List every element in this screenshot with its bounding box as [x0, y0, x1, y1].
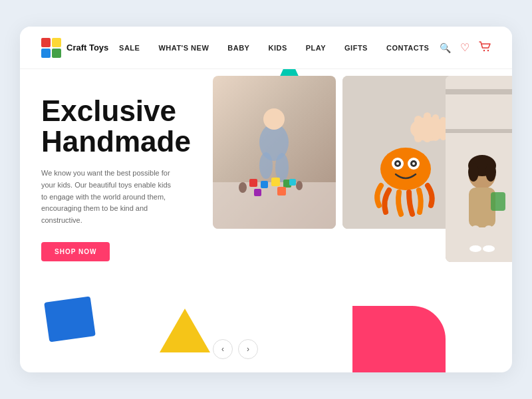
header-icons: 🔍 ♡: [440, 41, 491, 55]
svg-rect-22: [414, 116, 422, 142]
header: Craft Toys SALE WHAT'S NEW BABY KIDS PLA…: [20, 27, 512, 69]
main-card: Craft Toys SALE WHAT'S NEW BABY KIDS PLA…: [20, 27, 512, 372]
hero-text: Exclusive Handmade We know you want the …: [20, 69, 200, 372]
svg-rect-24: [432, 114, 439, 141]
svg-point-26: [380, 148, 431, 190]
svg-point-19: [296, 181, 303, 190]
svg-point-8: [263, 108, 285, 130]
logo-icon: [41, 38, 61, 58]
hero-description: We know you want the best possible for y…: [41, 168, 174, 226]
svg-point-29: [396, 162, 399, 165]
svg-rect-11: [249, 179, 257, 187]
logo-text: Craft Toys: [66, 43, 108, 53]
hero-headline: Exclusive Handmade: [41, 96, 178, 157]
main-content: Exclusive Handmade We know you want the …: [20, 69, 512, 372]
wishlist-icon[interactable]: ♡: [460, 41, 469, 54]
shop-now-button[interactable]: SHOP NOW: [41, 242, 110, 261]
svg-point-39: [485, 163, 496, 182]
svg-rect-13: [271, 178, 280, 186]
svg-point-9: [259, 152, 273, 179]
svg-point-44: [469, 245, 481, 252]
hero-image-3-bg: [446, 76, 512, 262]
main-nav: SALE WHAT'S NEW BABY KIDS PLAY GIFTS CON…: [108, 44, 440, 52]
hero-image-1: [213, 76, 336, 229]
svg-rect-35: [446, 129, 512, 133]
svg-rect-16: [277, 187, 286, 196]
logo: Craft Toys: [41, 38, 108, 58]
shape-blue: [44, 296, 96, 342]
svg-rect-43: [491, 192, 505, 211]
svg-rect-0: [41, 38, 51, 47]
hero-images: ‹ ›: [200, 69, 512, 372]
carousel-nav: ‹ ›: [213, 339, 258, 359]
nav-contacts[interactable]: CONTACTS: [386, 44, 429, 52]
svg-point-4: [483, 49, 485, 51]
hero-image-3: [446, 76, 512, 262]
svg-rect-6: [213, 182, 336, 229]
svg-point-38: [468, 163, 479, 182]
nav-baby[interactable]: BABY: [227, 44, 249, 52]
svg-point-18: [239, 182, 247, 193]
hero-image-1-bg: [213, 76, 336, 229]
next-button[interactable]: ›: [238, 339, 258, 359]
nav-kids[interactable]: KIDS: [268, 44, 287, 52]
nav-gifts[interactable]: GIFTS: [344, 44, 368, 52]
svg-point-5: [487, 49, 489, 51]
svg-rect-1: [52, 38, 61, 47]
svg-rect-17: [289, 179, 296, 186]
nav-whats-new[interactable]: WHAT'S NEW: [158, 44, 209, 52]
search-icon[interactable]: 🔍: [440, 43, 451, 53]
prev-button[interactable]: ‹: [213, 339, 233, 359]
nav-sale[interactable]: SALE: [119, 44, 140, 52]
svg-rect-23: [424, 112, 431, 142]
svg-rect-34: [446, 89, 512, 94]
svg-point-32: [412, 162, 415, 165]
nav-play[interactable]: PLAY: [306, 44, 326, 52]
shape-yellow: [160, 309, 210, 352]
cart-icon[interactable]: [479, 41, 491, 55]
shape-pink: [352, 306, 446, 372]
svg-rect-42: [484, 225, 493, 249]
svg-rect-12: [261, 181, 268, 188]
svg-rect-3: [52, 49, 61, 58]
svg-rect-41: [471, 225, 480, 249]
svg-rect-2: [41, 49, 51, 58]
svg-rect-15: [254, 189, 261, 196]
svg-point-45: [483, 245, 495, 252]
